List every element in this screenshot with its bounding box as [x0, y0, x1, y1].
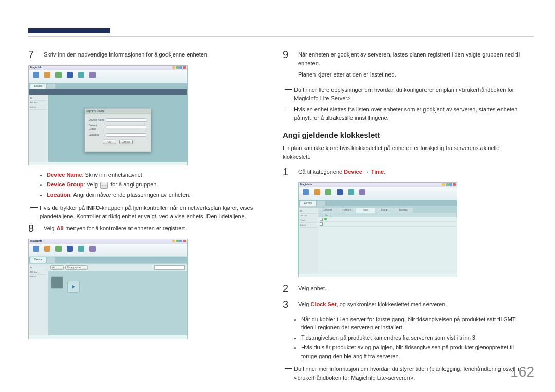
dd-unapproved[interactable]: Unapproved: [65, 265, 88, 270]
dash-icon: ―: [30, 203, 38, 220]
section-intro: En plan kan ikke kjøre hvis klokkeslette…: [283, 144, 524, 161]
right-column: 9 Når enheten er godkjent av serveren, l…: [283, 49, 524, 384]
screenshot-approve-device: MagicInfo Device AllALL dev…default Appr…: [28, 65, 270, 165]
approve-dialog: Approve Device Device Name Device Group …: [84, 108, 151, 152]
screenshot-all-view: MagicInfo Device AllALL dev…default All …: [28, 239, 270, 339]
step-8: 8 Velg All-menyen for å kontrollere at e…: [28, 222, 270, 236]
section-title: Angi gjeldende klokkeslett: [283, 129, 524, 141]
note-manual-plan: ― Du finner flere opplysninger om hvorda…: [283, 85, 524, 103]
dd-all[interactable]: All: [50, 265, 64, 270]
step-9: 9 Når enheten er godkjent av serveren, l…: [283, 49, 524, 82]
step-body: Skriv inn den nødvendige informasjonen f…: [44, 49, 209, 62]
header-accent-bar: [28, 28, 110, 33]
mock-search[interactable]: [154, 265, 185, 270]
bullet-device-name: Device Name: Skriv inn enhetsnavnet.: [47, 171, 270, 179]
mock-logo: MagicInfo: [30, 66, 42, 70]
left-column: 7 Skriv inn den nødvendige informasjonen…: [28, 49, 270, 344]
dialog-title: Approve Device: [85, 109, 151, 114]
bullet-location: Location: Angi den nåværende plasseringe…: [47, 191, 270, 199]
step-number: 2: [283, 283, 292, 296]
step-3: 3 Velg Clock Set, og synkroniser klokkes…: [283, 298, 524, 312]
step-number: 1: [283, 166, 292, 179]
step1-text: Gå til kategoriene Device→Time.: [298, 167, 385, 176]
step-number: 8: [28, 222, 38, 236]
step-7: 7 Skriv inn den nødvendige informasjonen…: [28, 49, 270, 62]
step-2: 2 Velg enhet.: [283, 283, 524, 296]
note-time-manual: ― Du finner mer informasjon om hvordan d…: [283, 364, 524, 382]
ellipsis-button-icon: …: [100, 182, 108, 189]
step-number: 7: [28, 49, 38, 62]
device-thumb: [51, 276, 63, 289]
step8-text: Velg All-menyen for å kontrollere at enh…: [44, 224, 187, 233]
header-rule: [28, 36, 534, 37]
device-thumb-play-icon: [67, 281, 80, 293]
step-number: 3: [283, 298, 292, 312]
screenshot-time-tab: MagicInfo Device AllDev ListPowerdefault…: [298, 182, 524, 277]
step-1: 1 Gå til kategoriene Device→Time.: [283, 166, 524, 179]
step-number: 9: [283, 49, 292, 82]
step3-bullets: Når du kobler til en server for første g…: [283, 315, 524, 361]
note-device-delete: ― Hvis en enhet slettes fra listen over …: [283, 105, 524, 122]
page-number: 162: [510, 361, 534, 383]
step3-text: Velg Clock Set, og synkroniser klokkesle…: [298, 300, 447, 309]
step7-text: Skriv inn den nødvendige informasjonen f…: [44, 50, 209, 59]
dialog-ok[interactable]: OK: [103, 140, 116, 144]
dialog-cancel[interactable]: Cancel: [119, 140, 133, 144]
note-info-button: ― Hvis du trykker på INFO-knappen på fje…: [28, 203, 270, 220]
bullet-device-group: Device Group: Velg … for å angi gruppen.: [47, 180, 270, 189]
step7-bullets: Device Name: Skriv inn enhetsnavnet. Dev…: [28, 171, 270, 199]
